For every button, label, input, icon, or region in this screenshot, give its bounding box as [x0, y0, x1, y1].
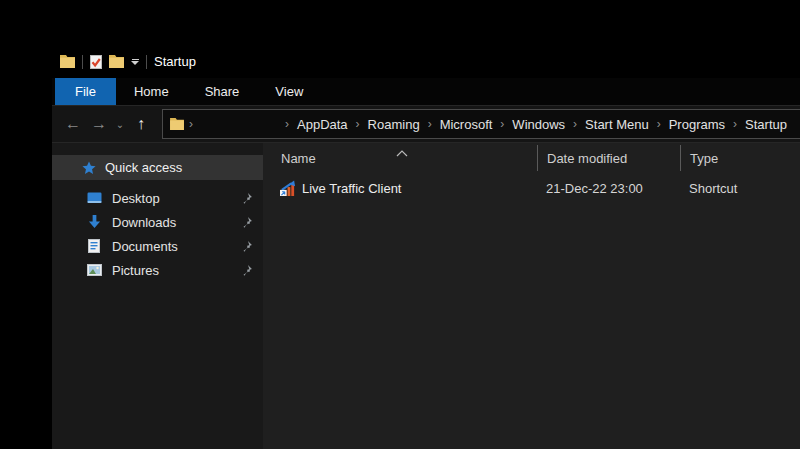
quick-access-toolbar [60, 55, 147, 69]
chevron-right-icon[interactable]: › [281, 117, 293, 131]
pin-icon [238, 190, 254, 206]
downloads-icon [86, 214, 102, 230]
customize-toolbar-dropdown-icon[interactable] [131, 59, 139, 65]
pictures-icon [86, 262, 102, 278]
quick-access-items: Desktop Downloads [52, 186, 263, 282]
explorer-window: Startup File Home Share View ← → ⌄ ↑ › ›… [52, 45, 800, 449]
breadcrumb-start-menu[interactable]: Start Menu [581, 117, 653, 132]
up-icon[interactable]: ↑ [128, 111, 154, 137]
file-list-pane: Name Date modified Type [263, 143, 800, 449]
sidebar-item-pictures[interactable]: Pictures [52, 258, 263, 282]
toolbar-separator [82, 55, 83, 69]
folder-window-icon [60, 55, 75, 68]
breadcrumb-appdata[interactable]: AppData [293, 117, 352, 132]
desktop-icon [86, 190, 102, 206]
chevron-right-icon[interactable]: › [424, 117, 436, 131]
file-type: Shortcut [680, 181, 800, 196]
navigation-pane: Quick access Desktop [52, 143, 263, 449]
breadcrumb-startup[interactable]: Startup [741, 117, 791, 132]
tab-file[interactable]: File [55, 78, 116, 105]
properties-check-icon[interactable] [90, 55, 102, 69]
sidebar-item-desktop[interactable]: Desktop [52, 186, 263, 210]
traffic-chart-shortcut-icon [280, 180, 296, 196]
chevron-right-icon[interactable]: › [569, 117, 581, 131]
file-name: Live Traffic Client [302, 181, 401, 196]
toolbar-separator [146, 55, 147, 69]
chevron-right-icon[interactable]: › [653, 117, 665, 131]
pin-icon [238, 214, 254, 230]
sort-ascending-icon [396, 143, 408, 161]
desktop-background: Startup File Home Share View ← → ⌄ ↑ › ›… [0, 0, 800, 449]
forward-icon[interactable]: → [86, 111, 112, 137]
sidebar-item-label: Documents [112, 239, 238, 254]
column-header-type[interactable]: Type [680, 145, 800, 171]
sidebar-item-label: Downloads [112, 215, 238, 230]
recent-locations-caret-icon[interactable]: ⌄ [112, 111, 128, 137]
quick-access-star-icon [81, 160, 97, 176]
tab-home[interactable]: Home [116, 78, 187, 105]
breadcrumb-programs[interactable]: Programs [665, 117, 729, 132]
sidebar-item-label: Pictures [112, 263, 238, 278]
ribbon-tab-bar: File Home Share View [52, 78, 800, 105]
sidebar-item-label: Quick access [105, 160, 182, 175]
tab-view[interactable]: View [257, 78, 321, 105]
navigation-bar: ← → ⌄ ↑ › › AppData › Roaming › Microsof… [52, 105, 800, 143]
column-header-date-modified[interactable]: Date modified [537, 145, 680, 171]
breadcrumb-windows[interactable]: Windows [508, 117, 569, 132]
tab-share[interactable]: Share [187, 78, 258, 105]
documents-icon [86, 238, 102, 254]
chevron-right-icon[interactable]: › [729, 117, 741, 131]
file-name-cell: Live Traffic Client [263, 180, 537, 196]
column-headers: Name Date modified Type [263, 143, 800, 173]
pin-icon [238, 238, 254, 254]
title-bar: Startup [52, 45, 800, 78]
chevron-right-icon[interactable]: › [496, 117, 508, 131]
window-title: Startup [154, 54, 196, 69]
pin-icon [238, 262, 254, 278]
breadcrumb-microsoft[interactable]: Microsoft [436, 117, 497, 132]
file-date-modified: 21-Dec-22 23:00 [537, 181, 680, 196]
new-folder-icon[interactable] [109, 55, 124, 68]
chevron-right-icon[interactable]: › [352, 117, 364, 131]
window-content: Quick access Desktop [52, 143, 800, 449]
chevron-right-icon[interactable]: › [185, 117, 197, 131]
breadcrumb-roaming[interactable]: Roaming [364, 117, 424, 132]
sidebar-item-documents[interactable]: Documents [52, 234, 263, 258]
sidebar-item-downloads[interactable]: Downloads [52, 210, 263, 234]
file-row-live-traffic-client[interactable]: Live Traffic Client 21-Dec-22 23:00 Shor… [263, 176, 800, 200]
address-folder-icon [169, 116, 185, 132]
address-bar[interactable]: › › AppData › Roaming › Microsoft › Wind… [162, 109, 800, 139]
back-icon[interactable]: ← [60, 111, 86, 137]
sidebar-item-quick-access[interactable]: Quick access [52, 155, 263, 180]
sidebar-item-label: Desktop [112, 191, 238, 206]
